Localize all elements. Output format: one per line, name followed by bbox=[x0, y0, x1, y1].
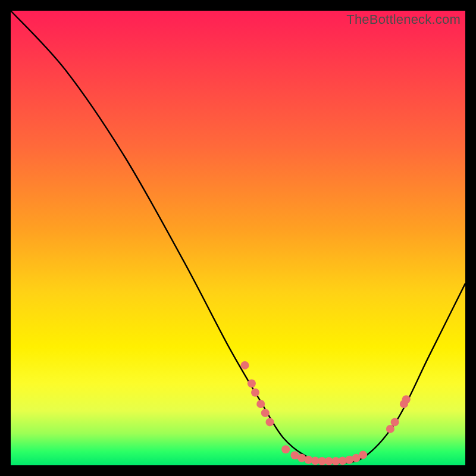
chart-frame: TheBottleneck.com bbox=[11, 11, 465, 465]
chart-gradient-background bbox=[11, 11, 465, 465]
